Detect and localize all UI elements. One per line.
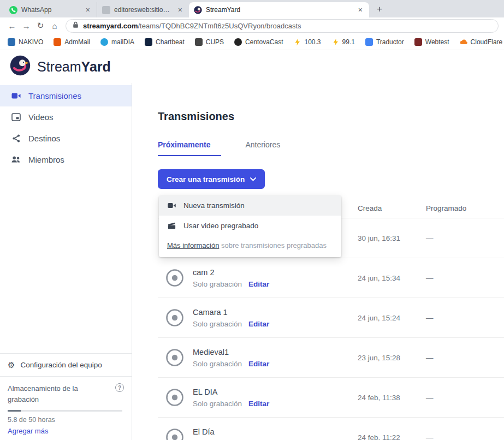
- close-icon[interactable]: ×: [84, 6, 92, 14]
- scheduled-cell: —: [426, 354, 504, 362]
- add-more-link[interactable]: Agregar más: [8, 427, 48, 435]
- help-icon[interactable]: ?: [115, 383, 124, 392]
- col-header-programado: Programado: [426, 204, 504, 212]
- menu-item-nueva-transmision[interactable]: Nueva transmisión: [159, 195, 341, 216]
- sidebar-item-destinos[interactable]: Destinos: [0, 128, 132, 149]
- bookmark-label: Traductor: [376, 38, 404, 46]
- chartbeat-icon: [145, 38, 152, 46]
- bookmark-label: CentovaCast: [245, 38, 283, 46]
- members-icon: [11, 154, 21, 165]
- cloud-icon: [460, 38, 467, 46]
- reload-icon[interactable]: ↻: [34, 19, 47, 32]
- url-text: streamyard.com/teams/TQDhBC9ZNTmft6z5UsQ…: [83, 22, 301, 30]
- browser-tab-strip: WhatsApp × editoresweb:sitioweb:eldia.co…: [0, 0, 504, 17]
- bookmark-nakivo[interactable]: NAKIVO: [8, 38, 43, 46]
- bookmark-label: NAKIVO: [19, 38, 43, 46]
- home-icon[interactable]: ⌂: [48, 19, 61, 32]
- browser-tab-eldia[interactable]: editoresweb:sitioweb:eldia.co ×: [97, 2, 189, 17]
- chevron-down-icon: [250, 177, 256, 181]
- table-row[interactable]: El DíaSolo grabaciónEditar 24 feb, 11:22…: [158, 418, 504, 440]
- broadcast-subtitle: Solo grabación: [193, 400, 242, 408]
- scheduled-cell: —: [426, 274, 504, 282]
- webtest-icon: [414, 38, 422, 46]
- create-broadcast-label: Crear una transmisión: [167, 175, 245, 183]
- streamyard-logo[interactable]: [10, 55, 31, 78]
- brand-stream: Stream: [37, 59, 81, 74]
- sidebar-item-videos[interactable]: Videos: [0, 106, 132, 128]
- more-info-rest: sobre transmisiones pregrabadas: [219, 241, 327, 249]
- tab-proximamente[interactable]: Próximamente: [158, 140, 221, 156]
- close-icon[interactable]: ×: [176, 6, 184, 14]
- broadcast-camera-icon: [11, 91, 21, 101]
- edit-link[interactable]: Editar: [248, 400, 269, 408]
- tab-title: WhatsApp: [21, 6, 80, 14]
- bookmark-label: Chartbeat: [156, 38, 185, 46]
- bookmark-traductor[interactable]: Traductor: [365, 38, 404, 46]
- centovacast-icon: [234, 38, 242, 46]
- close-icon[interactable]: ×: [357, 6, 364, 14]
- broadcast-title: El Día: [193, 427, 269, 436]
- tab-anteriores[interactable]: Anteriores: [245, 140, 280, 156]
- new-tab-button[interactable]: +: [372, 3, 387, 16]
- table-row[interactable]: Medieval1Solo grabaciónEditar 23 jun, 15…: [158, 338, 504, 378]
- menu-item-usar-video-pregrabado[interactable]: Usar video pregrabado: [159, 216, 341, 236]
- broadcast-subtitle: Solo grabación: [193, 280, 242, 288]
- bookmark-radio-99-1[interactable]: 99.1: [331, 38, 355, 46]
- bookmark-cloudflare[interactable]: CloudFlare: [460, 38, 503, 46]
- forward-icon[interactable]: →: [20, 19, 33, 32]
- admmail-icon: [54, 38, 61, 46]
- tab-title: editoresweb:sitioweb:eldia.co: [114, 6, 173, 14]
- edit-link[interactable]: Editar: [248, 320, 269, 328]
- record-icon: [165, 388, 184, 407]
- table-row[interactable]: Camara 1Solo grabaciónEditar 24 jun, 15:…: [158, 298, 504, 338]
- content-tabs: Próximamente Anteriores: [158, 140, 504, 156]
- created-cell: 23 jun, 15:28: [358, 354, 426, 362]
- eldia-favicon: [102, 6, 110, 14]
- edit-link[interactable]: Editar: [248, 360, 269, 368]
- created-cell: 24 jun, 15:34: [358, 274, 426, 282]
- record-icon: [165, 348, 184, 367]
- scheduled-cell: —: [426, 234, 504, 242]
- created-cell: 30 jun, 16:31: [358, 234, 426, 242]
- video-library-icon: [11, 112, 21, 122]
- bookmark-centovacast[interactable]: CentovaCast: [234, 38, 283, 46]
- bookmark-webtest[interactable]: Webtest: [414, 38, 449, 46]
- sidebar-item-miembros[interactable]: Miembros: [0, 149, 132, 170]
- back-icon[interactable]: ←: [5, 19, 19, 32]
- broadcast-subtitle: Solo grabación: [193, 320, 242, 328]
- browser-tab-streamyard-active[interactable]: StreamYard ×: [189, 2, 369, 17]
- create-broadcast-button[interactable]: Crear una transmisión: [158, 169, 265, 189]
- table-row[interactable]: EL DIASolo grabaciónEditar 24 feb, 11:38…: [158, 378, 504, 418]
- bookmarks-bar: NAKIVO AdmMail mailDIA Chartbeat CUPS Ce…: [0, 34, 504, 50]
- camera-icon: [167, 201, 176, 210]
- page-title: Transmisiones: [158, 110, 504, 123]
- bookmark-maildia[interactable]: mailDIA: [100, 38, 134, 46]
- team-settings-button[interactable]: ⚙ Configuración del equipo: [0, 353, 132, 376]
- share-icon: [11, 133, 21, 144]
- bookmark-radio-100-3[interactable]: 100.3: [293, 38, 321, 46]
- created-cell: 24 jun, 15:24: [358, 314, 426, 322]
- tab-title: StreamYard: [206, 6, 353, 14]
- edit-link[interactable]: Editar: [248, 280, 269, 288]
- table-row[interactable]: cam 2Solo grabaciónEditar 24 jun, 15:34 …: [158, 258, 504, 298]
- bookmark-admmail[interactable]: AdmMail: [54, 38, 90, 46]
- broadcast-title: Camara 1: [193, 308, 269, 317]
- bolt-icon: [293, 38, 301, 46]
- bookmark-chartbeat[interactable]: Chartbeat: [145, 38, 185, 46]
- browser-tab-whatsapp[interactable]: WhatsApp ×: [4, 2, 97, 17]
- sidebar-item-transmisiones[interactable]: Transmisiones: [0, 85, 132, 106]
- bookmark-label: AdmMail: [64, 38, 90, 46]
- bookmark-label: Webtest: [425, 38, 449, 46]
- menu-item-label: Usar video pregrabado: [183, 222, 258, 230]
- bookmark-cups[interactable]: CUPS: [195, 38, 224, 46]
- sidebar-bottom: ⚙ Configuración del equipo Almacenamient…: [0, 353, 132, 440]
- scheduled-cell: —: [426, 394, 504, 402]
- address-bar[interactable]: streamyard.com/teams/TQDhBC9ZNTmft6z5UsQ…: [66, 19, 499, 33]
- team-settings-label: Configuración del equipo: [20, 361, 102, 369]
- create-broadcast-dropdown: Nueva transmisión Usar video pregrabado …: [159, 195, 341, 257]
- sidebar: Transmisiones Videos Destinos Miembros ⚙…: [0, 83, 132, 440]
- more-info-link[interactable]: Más información: [167, 241, 219, 249]
- scheduled-cell: —: [426, 433, 504, 440]
- broadcast-title: EL DIA: [193, 388, 269, 396]
- url-domain: streamyard.com: [83, 22, 138, 30]
